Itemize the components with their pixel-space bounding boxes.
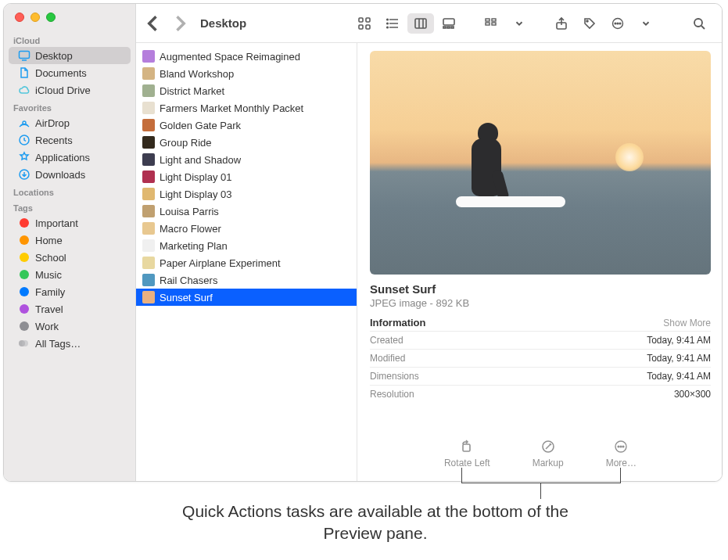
file-item[interactable]: District Market bbox=[136, 82, 357, 99]
file-item[interactable]: Golden Gate Park bbox=[136, 117, 357, 134]
sidebar-item-family[interactable]: Family bbox=[9, 283, 131, 300]
file-label: Bland Workshop bbox=[160, 68, 234, 80]
sidebar-item-documents[interactable]: Documents bbox=[9, 64, 131, 81]
actions-group bbox=[548, 13, 659, 34]
sidebar-item-travel[interactable]: Travel bbox=[9, 300, 131, 318]
file-thumbnail-icon bbox=[142, 274, 155, 286]
svg-rect-20 bbox=[443, 19, 454, 25]
forward-button[interactable] bbox=[169, 13, 191, 34]
column-view-button[interactable] bbox=[407, 13, 434, 34]
action-menu-chevron[interactable] bbox=[633, 13, 659, 34]
file-thumbnail-icon bbox=[142, 171, 155, 183]
action-menu-button[interactable] bbox=[604, 13, 631, 34]
sidebar-item-applications[interactable]: Applications bbox=[9, 149, 131, 166]
sidebar-item-desktop[interactable]: Desktop bbox=[9, 47, 131, 64]
sidebar-item-label: All Tags… bbox=[35, 338, 81, 350]
file-item[interactable]: Sunset Surf bbox=[136, 289, 357, 306]
show-more-button[interactable]: Show More bbox=[663, 318, 711, 328]
file-list-column[interactable]: Augmented Space ReimaginedBland Workshop… bbox=[136, 43, 357, 481]
file-item[interactable]: Augmented Space Reimagined bbox=[136, 48, 357, 65]
close-window-button[interactable] bbox=[15, 13, 24, 22]
svg-point-16 bbox=[387, 27, 389, 28]
sidebar-section-header[interactable]: Locations bbox=[4, 183, 135, 199]
list-view-button[interactable] bbox=[379, 13, 406, 34]
tags-button[interactable] bbox=[576, 13, 603, 34]
file-item[interactable]: Paper Airplane Experiment bbox=[136, 254, 357, 271]
sidebar-item-all-tags-[interactable]: All Tags… bbox=[9, 335, 131, 352]
sidebar-item-music[interactable]: Music bbox=[9, 266, 131, 283]
main-area: Desktop bbox=[135, 4, 722, 481]
quick-action-rotate-left[interactable]: Rotate Left bbox=[444, 439, 490, 468]
svg-rect-8 bbox=[366, 18, 370, 22]
quick-action-label: More… bbox=[606, 458, 637, 468]
sidebar-item-work[interactable]: Work bbox=[9, 318, 131, 335]
sidebar-item-icloud-drive[interactable]: iCloud Drive bbox=[9, 81, 131, 99]
sidebar-section-header[interactable]: iCloud bbox=[4, 31, 135, 47]
svg-point-6 bbox=[22, 340, 28, 346]
svg-point-41 bbox=[622, 446, 624, 447]
file-item[interactable]: Louisa Parris bbox=[136, 203, 357, 220]
preview-file-kind: JPEG image - 892 KB bbox=[370, 297, 711, 309]
sidebar-item-home[interactable]: Home bbox=[9, 232, 131, 249]
sidebar-item-label: Downloads bbox=[35, 169, 85, 181]
svg-point-39 bbox=[618, 446, 619, 447]
file-item[interactable]: Group Ride bbox=[136, 134, 357, 151]
sidebar-item-recents[interactable]: Recents bbox=[9, 131, 131, 149]
file-thumbnail-icon bbox=[142, 153, 155, 166]
sidebar-item-label: Travel bbox=[35, 303, 63, 315]
file-label: Light and Shadow bbox=[160, 154, 241, 166]
icon-view-button[interactable] bbox=[351, 13, 378, 34]
sidebar-item-important[interactable]: Important bbox=[9, 214, 131, 232]
info-row: Resolution300×300 bbox=[370, 385, 711, 403]
sidebar: iCloudDesktopDocumentsiCloud DriveFavori… bbox=[4, 4, 135, 481]
sidebar-item-label: Work bbox=[35, 321, 59, 332]
group-by-chevron[interactable] bbox=[506, 13, 533, 34]
quick-action-markup[interactable]: Markup bbox=[533, 439, 564, 468]
file-item[interactable]: Light Display 01 bbox=[136, 168, 357, 185]
finder-window: iCloudDesktopDocumentsiCloud DriveFavori… bbox=[3, 3, 723, 482]
svg-rect-25 bbox=[486, 23, 490, 25]
callout-stem bbox=[540, 483, 541, 499]
preview-thumbnail[interactable] bbox=[370, 51, 711, 275]
info-value: 300×300 bbox=[674, 389, 711, 400]
sidebar-item-label: iCloud Drive bbox=[35, 84, 91, 96]
file-item[interactable]: Light and Shadow bbox=[136, 151, 357, 168]
search-group bbox=[686, 13, 712, 34]
svg-point-31 bbox=[615, 23, 616, 24]
share-button[interactable] bbox=[548, 13, 575, 34]
sidebar-item-school[interactable]: School bbox=[9, 249, 131, 266]
file-thumbnail-icon bbox=[142, 239, 155, 252]
file-item[interactable]: Light Display 03 bbox=[136, 185, 357, 203]
zoom-window-button[interactable] bbox=[46, 13, 56, 22]
sidebar-item-label: Desktop bbox=[35, 50, 73, 62]
info-key: Resolution bbox=[370, 389, 414, 400]
sidebar-section-header[interactable]: Tags bbox=[4, 199, 135, 214]
svg-rect-22 bbox=[447, 27, 450, 28]
clock-icon bbox=[18, 134, 30, 146]
file-thumbnail-icon bbox=[142, 291, 155, 303]
sidebar-item-airdrop[interactable]: AirDrop bbox=[9, 114, 131, 131]
file-label: Marketing Plan bbox=[160, 240, 228, 252]
sidebar-item-downloads[interactable]: Downloads bbox=[9, 166, 131, 183]
file-item[interactable]: Marketing Plan bbox=[136, 237, 357, 254]
svg-rect-21 bbox=[443, 27, 446, 28]
sidebar-item-label: Recents bbox=[35, 135, 73, 146]
svg-point-34 bbox=[694, 19, 702, 27]
group-by-button[interactable] bbox=[478, 13, 504, 34]
markup-icon bbox=[540, 439, 556, 454]
file-item[interactable]: Farmers Market Monthly Packet bbox=[136, 99, 357, 117]
search-button[interactable] bbox=[686, 13, 712, 34]
gallery-view-button[interactable] bbox=[436, 13, 462, 34]
tag-dot bbox=[18, 234, 30, 246]
quick-action-more-[interactable]: More… bbox=[606, 439, 637, 468]
back-button[interactable] bbox=[142, 13, 164, 34]
minimize-window-button[interactable] bbox=[30, 13, 40, 22]
file-item[interactable]: Rail Chasers bbox=[136, 271, 357, 289]
file-item[interactable]: Bland Workshop bbox=[136, 65, 357, 82]
file-label: Sunset Surf bbox=[160, 292, 213, 303]
tag-dot bbox=[18, 285, 30, 298]
tag-dot bbox=[18, 251, 30, 264]
sidebar-item-label: Documents bbox=[35, 67, 87, 79]
sidebar-section-header[interactable]: Favorites bbox=[4, 99, 135, 114]
file-item[interactable]: Macro Flower bbox=[136, 220, 357, 237]
